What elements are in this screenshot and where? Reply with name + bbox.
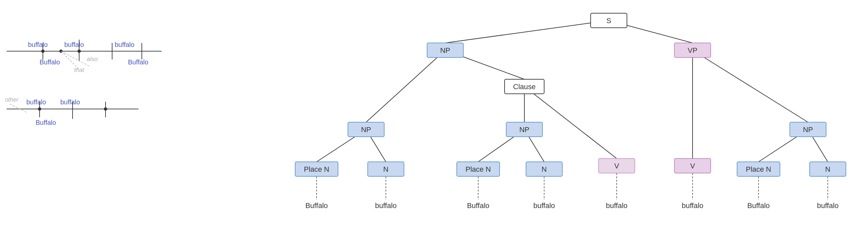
svg-line-8: [61, 51, 89, 66]
svg-text:NP: NP: [519, 126, 530, 134]
svg-text:N: N: [825, 165, 830, 173]
svg-rect-74: [526, 162, 562, 176]
svg-rect-50: [591, 13, 627, 28]
svg-text:buffalo: buffalo: [606, 201, 628, 210]
svg-text:Place N: Place N: [465, 165, 491, 173]
svg-text:Buffalo: Buffalo: [39, 58, 60, 66]
svg-text:Buffalo: Buffalo: [128, 58, 148, 66]
svg-text:that: that: [74, 67, 85, 73]
svg-text:Buffalo: Buffalo: [36, 119, 56, 126]
svg-line-29: [609, 21, 692, 43]
svg-rect-64: [674, 159, 711, 173]
svg-line-33: [524, 86, 617, 159]
svg-text:buffalo: buffalo: [26, 99, 46, 106]
svg-rect-76: [737, 162, 780, 176]
svg-line-36: [317, 130, 366, 162]
svg-line-40: [758, 130, 808, 162]
svg-text:Buffalo: Buffalo: [747, 201, 770, 210]
svg-text:VP: VP: [688, 46, 697, 54]
svg-line-31: [445, 50, 524, 79]
svg-point-5: [41, 50, 44, 53]
svg-line-39: [524, 130, 544, 162]
svg-rect-60: [506, 122, 542, 137]
svg-text:NP: NP: [361, 126, 371, 134]
svg-rect-56: [504, 79, 544, 94]
svg-text:Clause: Clause: [513, 83, 535, 91]
svg-line-28: [445, 21, 609, 43]
svg-line-30: [366, 50, 445, 122]
svg-rect-70: [368, 162, 404, 176]
svg-line-23: [10, 104, 26, 112]
left-diagram-panel: buffalo buffalo buffalo Buffalo Buffalo …: [0, 0, 175, 249]
svg-rect-72: [457, 162, 500, 176]
svg-text:buffalo: buffalo: [28, 41, 48, 48]
svg-text:NP: NP: [440, 46, 451, 54]
svg-text:buffalo: buffalo: [682, 201, 704, 210]
svg-text:buffalo: buffalo: [115, 41, 134, 48]
svg-text:Place N: Place N: [304, 165, 329, 173]
svg-line-41: [808, 130, 828, 162]
svg-text:also: also: [87, 56, 98, 62]
svg-text:N: N: [541, 165, 547, 173]
svg-text:Buffalo: Buffalo: [467, 201, 489, 210]
svg-text:NP: NP: [803, 126, 813, 134]
svg-point-22: [104, 107, 107, 111]
svg-rect-52: [427, 43, 463, 57]
svg-text:buffalo: buffalo: [64, 41, 84, 48]
svg-point-21: [38, 107, 41, 111]
svg-text:V: V: [614, 162, 619, 170]
svg-rect-66: [790, 122, 826, 137]
svg-line-35: [692, 50, 808, 122]
svg-rect-54: [674, 43, 711, 57]
svg-text:buffalo: buffalo: [817, 201, 839, 210]
svg-line-37: [366, 130, 386, 162]
svg-text:Place N: Place N: [746, 165, 771, 173]
svg-line-38: [478, 130, 524, 162]
svg-rect-68: [295, 162, 338, 176]
svg-text:buffalo: buffalo: [533, 201, 555, 210]
svg-point-7: [78, 50, 81, 53]
svg-rect-62: [598, 159, 635, 173]
svg-text:other: other: [5, 96, 19, 103]
svg-text:Buffalo: Buffalo: [305, 201, 328, 210]
svg-rect-58: [348, 122, 384, 137]
svg-text:V: V: [690, 162, 695, 170]
svg-text:buffalo: buffalo: [60, 99, 80, 106]
svg-text:N: N: [383, 165, 389, 173]
svg-text:S: S: [607, 17, 612, 25]
svg-text:buffalo: buffalo: [375, 201, 397, 210]
parse-tree-panel: SNPVPClauseNPNPVVNPPlace NNPlace NNPlace…: [175, 0, 868, 249]
svg-rect-78: [810, 162, 846, 176]
